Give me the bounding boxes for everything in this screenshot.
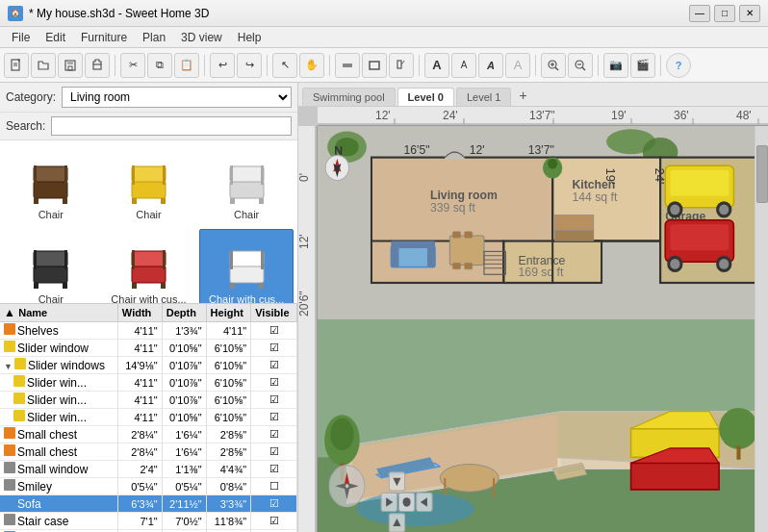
menu-3d-view[interactable]: 3D view [173, 29, 230, 46]
toolbar: ✂ ⧉ 📋 ↩ ↪ ↖ ✋ A A A A 📷 🎬 ? [0, 48, 768, 83]
svg-point-167 [403, 497, 411, 507]
category-label: Category: [6, 90, 56, 104]
svg-text:339 sq ft: 339 sq ft [430, 201, 475, 215]
paste-button[interactable]: 📋 [174, 53, 199, 78]
select-button[interactable]: ↖ [272, 53, 297, 78]
table-row[interactable]: Stair case7'1"7'0½"11'8¾"☑ [0, 513, 297, 530]
table-row[interactable]: Slider win...4'11"0'10⅞"6'10⅝"☑ [0, 392, 297, 409]
table-row[interactable]: Small chest2'8¼"1'6¼"2'8⅝"☑ [0, 426, 297, 443]
svg-rect-33 [230, 165, 233, 185]
svg-text:13'7": 13'7" [529, 109, 555, 122]
menu-furniture[interactable]: Furniture [73, 29, 135, 46]
svg-rect-41 [132, 266, 166, 283]
table-row[interactable]: Small window2'4"1'1⅜"4'4¾"☑ [0, 461, 297, 478]
table-row[interactable]: Sofa6'3¾"2'11½"3'3¾"☑ [0, 495, 297, 513]
text-button[interactable]: A [424, 53, 449, 78]
svg-rect-44 [161, 283, 166, 289]
category-select[interactable]: Living room Bedroom Kitchen Bathroom Out… [62, 87, 292, 108]
svg-point-111 [719, 204, 729, 215]
furniture-label-5: Chair with cus... [111, 293, 186, 303]
room-button[interactable] [362, 53, 387, 78]
table-row[interactable]: ▼Slider windows14'9⅛"0'10⅞"6'10⅝"☑ [0, 357, 297, 374]
visible-check: ☐ [269, 480, 279, 492]
text-small-button[interactable]: A [451, 53, 476, 78]
svg-rect-37 [34, 283, 38, 289]
zoom-out-button[interactable] [568, 53, 593, 78]
menu-edit[interactable]: Edit [38, 29, 73, 46]
maximize-button[interactable]: □ [714, 5, 735, 22]
right-panel: Swimming pool Level 0 Level 1 + 12' 24' … [298, 83, 768, 532]
zoom-in-button[interactable] [541, 53, 566, 78]
visible-check: ☑ [269, 497, 279, 509]
menu-help[interactable]: Help [230, 29, 269, 46]
help-button[interactable]: ? [666, 53, 691, 78]
col-depth[interactable]: Depth [162, 304, 206, 322]
row-icon [4, 444, 15, 456]
menu-plan[interactable]: Plan [135, 29, 173, 46]
search-input[interactable] [51, 116, 292, 136]
col-visible[interactable]: Visible [251, 304, 297, 322]
row-width: 0'5¼" [117, 478, 162, 495]
table-row[interactable]: Smiley0'5¼"0'5¼"0'8¼"☐ [0, 478, 297, 495]
new-button[interactable] [4, 53, 29, 78]
row-depth: 0'10⅞" [162, 357, 206, 374]
table-row[interactable]: Small chest2'8¼"1'6¼"2'8⅝"☑ [0, 443, 297, 461]
svg-rect-35 [34, 266, 67, 283]
tab-swimming-pool[interactable]: Swimming pool [302, 88, 396, 106]
col-name[interactable]: ▲ Name [0, 304, 117, 322]
close-button[interactable]: ✕ [739, 5, 760, 22]
furniture-item-chair-4[interactable]: Chair [4, 229, 98, 303]
table-row[interactable]: Slider win...4'11"0'10⅞"6'10⅝"☑ [0, 374, 297, 392]
svg-rect-101 [465, 263, 473, 269]
3d-view[interactable] [318, 319, 768, 532]
wall-button[interactable] [335, 53, 360, 78]
row-name: Smiley [17, 480, 52, 494]
floor-plan-svg[interactable]: Living room 339 sq ft Kitchen 144 sq ft … [318, 126, 768, 319]
furniture-img-chair-5 [119, 234, 177, 291]
undo-button[interactable]: ↩ [210, 53, 235, 78]
camera-button[interactable]: 📷 [603, 53, 628, 78]
furniture-item-chair-1[interactable]: Chair [4, 144, 98, 225]
save-button[interactable] [58, 53, 83, 78]
svg-rect-34 [261, 165, 264, 185]
svg-rect-24 [132, 166, 166, 182]
row-name: Slider win... [27, 411, 87, 424]
furniture-item-chair-3[interactable]: Chair [199, 144, 294, 225]
col-width[interactable]: Width [117, 304, 162, 322]
furniture-item-chair-2[interactable]: Chair [102, 144, 196, 225]
row-depth: 0'5¼" [162, 478, 206, 495]
svg-text:19': 19' [611, 109, 627, 122]
table-row[interactable]: Shelves4'11"1'3¾"4'11"☑ [0, 322, 297, 340]
table-row[interactable]: Slider win...4'11"0'10⅝"6'10⅝"☑ [0, 409, 297, 426]
row-width: 2'8¼" [117, 426, 162, 443]
open-button[interactable] [31, 53, 56, 78]
redo-button[interactable]: ↪ [237, 53, 262, 78]
add-level-button[interactable]: + [513, 85, 532, 106]
video-button[interactable]: 🎬 [630, 53, 655, 78]
tab-level-1[interactable]: Level 1 [456, 88, 511, 106]
copy-button[interactable]: ⧉ [147, 53, 172, 78]
text-italic-button[interactable]: A [478, 53, 503, 78]
furniture-item-chair-6[interactable]: Chair with cus... [199, 229, 294, 303]
text-light-button[interactable]: A [505, 53, 530, 78]
floor-plan-container[interactable]: 12' 24' 13'7" 19' 36' 48' [298, 107, 768, 532]
door-button[interactable] [389, 53, 414, 78]
separator-4 [329, 55, 330, 76]
expand-arrow[interactable]: ▼ [4, 362, 13, 371]
cut-button[interactable]: ✂ [120, 53, 145, 78]
vertical-scrollbar[interactable] [755, 126, 768, 532]
print-button[interactable] [85, 53, 110, 78]
row-depth: 0'10⅝" [162, 340, 206, 357]
row-height: 6'10⅝" [206, 340, 251, 357]
svg-rect-8 [370, 62, 379, 69]
col-height[interactable]: Height [206, 304, 251, 322]
scrollbar-thumb[interactable] [756, 145, 768, 203]
pan-button[interactable]: ✋ [299, 53, 324, 78]
table-row[interactable]: Slider window4'11"0'10⅝"6'10⅝"☑ [0, 340, 297, 357]
menu-file[interactable]: File [4, 29, 38, 46]
properties-scroll[interactable]: ▲ Name Width Depth Height Visible Shelve… [0, 304, 297, 532]
row-icon [4, 341, 15, 352]
minimize-button[interactable]: — [689, 5, 710, 22]
tab-level-0[interactable]: Level 0 [397, 88, 454, 106]
furniture-item-chair-5[interactable]: Chair with cus... [102, 229, 196, 303]
